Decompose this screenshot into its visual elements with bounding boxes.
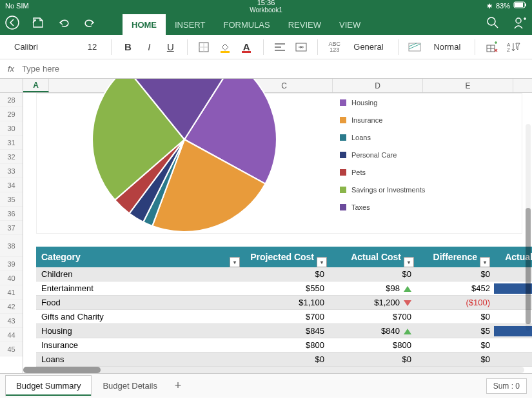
legend-item: Loans (340, 128, 425, 146)
row-header[interactable]: 28 (0, 93, 23, 107)
row-header[interactable]: 45 (0, 342, 23, 356)
workbook-title: Workbook1 (250, 6, 282, 14)
spreadsheet-grid[interactable]: A B C D E 282930313233343536373839404142… (0, 79, 532, 373)
svg-rect-12 (221, 51, 230, 53)
col-header-d[interactable]: D (333, 79, 423, 92)
merge-button[interactable] (293, 39, 308, 56)
tab-formulas[interactable]: FORMULAS (214, 14, 279, 35)
chart-legend: HousingInsuranceLoansPersonal CarePetsSa… (340, 94, 425, 216)
row-header[interactable]: 35 (0, 192, 23, 207)
borders-button[interactable] (197, 39, 212, 56)
row-header[interactable]: 29 (0, 107, 23, 121)
font-name-select[interactable] (12, 39, 76, 55)
number-format-icon[interactable]: ABC123 (327, 39, 342, 56)
table-row[interactable]: Entertainment$550$98$452 (36, 281, 532, 296)
battery-icon (514, 2, 527, 10)
vertical-scrollbar[interactable] (526, 124, 531, 331)
share-icon[interactable] (513, 15, 527, 30)
row-header[interactable]: 43 (0, 314, 23, 328)
svg-point-3 (6, 16, 19, 29)
table-row[interactable]: Gifts and Charity$700$700$0 (36, 310, 532, 324)
trend-up-icon (404, 329, 411, 334)
row-header[interactable]: 33 (0, 164, 23, 178)
col-header-e[interactable]: E (423, 79, 513, 92)
svg-point-4 (488, 17, 495, 25)
underline-button[interactable]: U (163, 39, 178, 56)
row-header[interactable]: 31 (0, 136, 23, 150)
legend-item: Housing (340, 94, 425, 111)
col-header-a[interactable]: A (23, 79, 49, 92)
row-header[interactable]: 34 (0, 178, 23, 192)
horizontal-scrollbar[interactable] (23, 367, 524, 373)
tab-insert[interactable]: INSERT (166, 14, 214, 35)
clock: 15:36 (250, 0, 282, 6)
row-header[interactable]: 41 (0, 285, 23, 300)
legend-item: Taxes (340, 198, 425, 216)
font-size-select[interactable] (83, 39, 102, 55)
sort-filter-button[interactable]: AZ (506, 39, 520, 56)
italic-button[interactable]: I (142, 39, 157, 56)
th-projected: Projected Cost (250, 252, 314, 262)
sheet-tab-details[interactable]: Budget Details (92, 375, 168, 396)
row-header[interactable]: 44 (0, 328, 23, 342)
sheet-tab-summary[interactable]: Budget Summary (5, 375, 92, 396)
row-header[interactable]: 37 (0, 221, 23, 235)
fx-label: fx (8, 64, 14, 74)
back-icon[interactable] (5, 15, 19, 30)
ribbon-tabs: HOME INSERT FORMULAS REVIEW VIEW (123, 14, 369, 35)
table-row[interactable]: Loans$0$0$0 (36, 353, 532, 367)
tab-review[interactable]: REVIEW (279, 14, 330, 35)
row-header[interactable]: 42 (0, 300, 23, 314)
legend-item: Pets (340, 163, 425, 181)
bold-button[interactable]: B (121, 39, 135, 56)
trend-up-icon (404, 286, 411, 292)
tab-view[interactable]: VIEW (330, 14, 369, 35)
row-header[interactable]: 39 (0, 257, 23, 271)
th-actual: Actual Cost (351, 252, 401, 262)
row-headers: 282930313233343536373839404142434445 (0, 93, 23, 373)
row-header[interactable]: 30 (0, 121, 23, 136)
table-row[interactable]: Insurance$800$800$0 (36, 338, 532, 353)
select-all-corner[interactable] (0, 79, 23, 92)
budget-table: Category▾ Projected Cost▾ Actual Cost▾ D… (36, 247, 532, 367)
insert-delete-button[interactable] (484, 39, 499, 56)
undo-icon[interactable] (57, 15, 71, 30)
font-color-button[interactable]: A (239, 39, 254, 56)
filter-button[interactable]: ▾ (317, 257, 327, 267)
fill-color-button[interactable] (218, 39, 233, 56)
align-button[interactable] (272, 39, 287, 56)
filter-button[interactable]: ▾ (480, 257, 490, 267)
legend-item: Personal Care (340, 146, 425, 163)
svg-rect-2 (525, 4, 526, 6)
tab-home[interactable]: HOME (123, 14, 166, 35)
legend-item: Insurance (340, 111, 425, 128)
pie-chart[interactable]: HousingInsuranceLoansPersonal CarePetsSa… (36, 93, 522, 234)
svg-text:Z: Z (507, 47, 510, 53)
cell-styles-icon[interactable] (407, 39, 422, 56)
svg-rect-1 (515, 3, 523, 7)
search-icon[interactable] (486, 15, 500, 30)
filter-button[interactable]: ▾ (404, 257, 414, 267)
table-row[interactable]: Food$1,100$1,200($100) (36, 296, 532, 310)
row-header[interactable]: 38 (0, 235, 23, 257)
formula-bar: fx (0, 59, 532, 79)
sheet-tab-bar: Budget Summary Budget Details + Sum : 0 (0, 373, 532, 398)
redo-icon[interactable] (83, 15, 97, 30)
table-row[interactable]: Housing$845$840$5 (36, 324, 532, 338)
battery-label: 83% (496, 2, 510, 10)
row-header[interactable]: 40 (0, 271, 23, 285)
sum-indicator[interactable]: Sum : 0 (486, 378, 527, 394)
th-difference: Difference (433, 252, 477, 262)
th-category: Category (41, 252, 81, 262)
cell-style-select[interactable]: Normal (428, 41, 466, 53)
filter-button[interactable]: ▾ (230, 257, 240, 267)
table-row[interactable]: Children$0$0$0 (36, 267, 532, 281)
ribbon: B I U A ABC123 General Normal AZ (0, 35, 532, 59)
row-header[interactable]: 32 (0, 150, 23, 164)
row-header[interactable]: 36 (0, 207, 23, 221)
formula-input[interactable] (22, 64, 524, 74)
file-icon[interactable] (31, 15, 45, 30)
add-sheet-button[interactable]: + (168, 379, 188, 393)
number-format-select[interactable]: General (348, 41, 388, 53)
carrier-label: No SIM (5, 2, 29, 10)
